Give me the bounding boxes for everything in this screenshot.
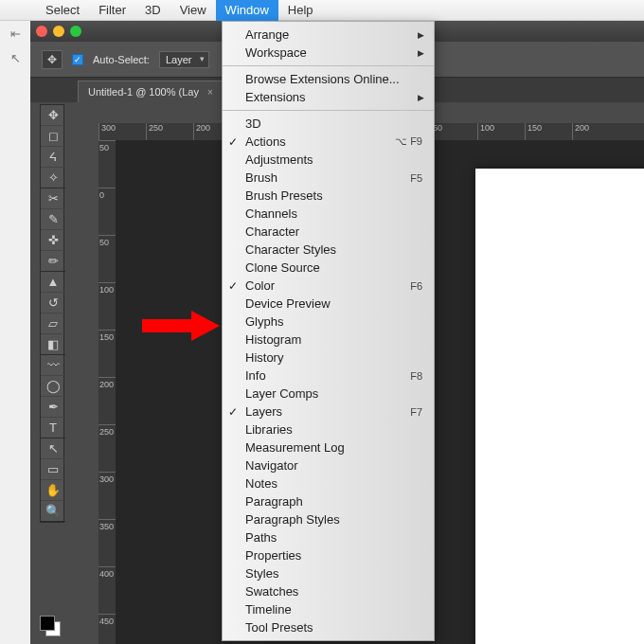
- left-panel-strip: ⇤ ↖: [0, 21, 30, 644]
- menu-item-label: Histogram: [245, 332, 301, 347]
- menu-item-label: Styles: [245, 566, 278, 581]
- menu-item-label: Actions: [245, 134, 286, 149]
- window-minimize-button[interactable]: [53, 26, 64, 37]
- menu-item-workspace[interactable]: Workspace: [223, 44, 434, 62]
- menu-item-history[interactable]: History: [223, 349, 434, 367]
- menu-item-styles[interactable]: Styles: [223, 564, 434, 582]
- menu-window[interactable]: Window: [216, 0, 278, 21]
- move-tool-icon[interactable]: ✥: [42, 50, 63, 69]
- menu-item-label: Timeline: [245, 602, 292, 617]
- menu-select[interactable]: Select: [36, 0, 89, 21]
- menu-item-shortcut: F5: [410, 172, 422, 184]
- window-close-button[interactable]: [36, 26, 47, 37]
- gradient-tool[interactable]: ◧: [41, 334, 65, 355]
- menu-item-label: Layers: [245, 404, 282, 419]
- magic-wand-tool[interactable]: ✧: [41, 168, 65, 188]
- menu-item-character-styles[interactable]: Character Styles: [223, 241, 434, 259]
- foreground-color-swatch[interactable]: [40, 616, 55, 631]
- menu-item-notes[interactable]: Notes: [223, 474, 434, 492]
- menu-item-browse-extensions-online-[interactable]: Browse Extensions Online...: [223, 70, 434, 88]
- auto-select-checkbox[interactable]: [72, 54, 83, 65]
- auto-select-dropdown[interactable]: Layer: [159, 51, 210, 68]
- menu-item-channels[interactable]: Channels: [223, 205, 434, 223]
- menu-item-color[interactable]: ColorF6: [223, 277, 434, 295]
- healing-brush-tool[interactable]: ✜: [41, 230, 65, 251]
- menu-item-layers[interactable]: LayersF7: [223, 402, 434, 420]
- dodge-tool[interactable]: ◯: [41, 376, 65, 397]
- menu-item-label: Adjustments: [245, 152, 313, 167]
- zoom-tool[interactable]: 🔍: [41, 501, 65, 522]
- menu-item-label: Info: [245, 368, 266, 383]
- menu-item-paragraph[interactable]: Paragraph: [223, 492, 434, 510]
- menu-help[interactable]: Help: [278, 0, 323, 21]
- move-mini-icon[interactable]: ↖: [6, 51, 25, 70]
- menu-item-label: Extensions: [245, 90, 306, 104]
- close-icon[interactable]: ×: [207, 87, 213, 98]
- menu-item-glyphs[interactable]: Glyphs: [223, 313, 434, 331]
- menu-item-arrange[interactable]: Arrange: [223, 26, 434, 44]
- menu-item-character[interactable]: Character: [223, 223, 434, 241]
- menu-item-adjustments[interactable]: Adjustments: [223, 151, 434, 169]
- menu-item-brush-presets[interactable]: Brush Presets: [223, 187, 434, 205]
- menu-item-label: Measurement Log: [245, 440, 345, 455]
- menu-3d[interactable]: 3D: [135, 0, 170, 21]
- menu-item-actions[interactable]: Actions⌥ F9: [223, 133, 434, 151]
- move-tool[interactable]: ✥: [41, 105, 65, 126]
- marquee-tool[interactable]: ◻: [41, 126, 65, 147]
- menu-item-swatches[interactable]: Swatches: [223, 582, 434, 600]
- menu-item-timeline[interactable]: Timeline: [223, 600, 434, 618]
- menu-item-libraries[interactable]: Libraries: [223, 420, 434, 438]
- menu-item-paths[interactable]: Paths: [223, 528, 434, 546]
- crop-tool[interactable]: ✂: [41, 188, 65, 209]
- eyedropper-tool[interactable]: ✎: [41, 209, 65, 230]
- menu-item-label: History: [245, 350, 283, 365]
- menu-item-info[interactable]: InfoF8: [223, 367, 434, 385]
- menu-item-3d[interactable]: 3D: [223, 115, 434, 133]
- stamp-tool[interactable]: ▲: [41, 272, 65, 293]
- lasso-tool[interactable]: ᔦ: [41, 147, 65, 168]
- menu-item-histogram[interactable]: Histogram: [223, 331, 434, 349]
- menu-item-label: Arrange: [245, 27, 289, 42]
- eraser-tool[interactable]: ▱: [41, 313, 65, 334]
- history-brush-tool[interactable]: ↺: [41, 293, 65, 313]
- menu-item-measurement-log[interactable]: Measurement Log: [223, 438, 434, 456]
- document-canvas[interactable]: [475, 169, 644, 644]
- menu-separator: [223, 65, 434, 66]
- path-select-tool[interactable]: ↖: [41, 438, 65, 459]
- menu-view[interactable]: View: [170, 0, 216, 21]
- menu-filter[interactable]: Filter: [89, 0, 135, 21]
- menu-item-label: Character: [245, 224, 299, 239]
- menu-item-device-preview[interactable]: Device Preview: [223, 295, 434, 313]
- menu-item-extensions[interactable]: Extensions: [223, 88, 434, 106]
- menu-item-tool-presets[interactable]: Tool Presets: [223, 618, 434, 636]
- menu-item-brush[interactable]: BrushF5: [223, 169, 434, 187]
- menu-item-navigator[interactable]: Navigator: [223, 456, 434, 474]
- menu-item-shortcut: F6: [410, 280, 422, 292]
- document-tab[interactable]: Untitled-1 @ 100% (Lay ×: [78, 80, 224, 102]
- menu-item-shortcut: F8: [410, 370, 422, 382]
- collapse-icon[interactable]: ⇤: [6, 27, 25, 45]
- menu-item-label: Channels: [245, 206, 297, 221]
- menu-item-clone-source[interactable]: Clone Source: [223, 259, 434, 277]
- auto-select-label: Auto-Select:: [93, 54, 150, 65]
- color-swatch[interactable]: [40, 616, 63, 638]
- menu-separator: [223, 110, 434, 111]
- menu-item-label: Brush Presets: [245, 188, 323, 203]
- hand-tool[interactable]: ✋: [41, 480, 65, 501]
- menu-item-label: Workspace: [245, 45, 307, 60]
- menu-item-layer-comps[interactable]: Layer Comps: [223, 385, 434, 402]
- window-zoom-button[interactable]: [70, 26, 81, 37]
- annotation-arrow: [142, 311, 227, 341]
- blur-tool[interactable]: 〰: [41, 355, 65, 376]
- menu-item-label: 3D: [245, 116, 261, 131]
- menu-item-label: Paragraph: [245, 494, 303, 509]
- pen-tool[interactable]: ✒: [41, 397, 65, 418]
- menu-item-label: Paths: [245, 530, 277, 545]
- tools-panel: ✥◻ᔦ✧✂✎✜✏▲↺▱◧〰◯✒T↖▭✋🔍: [40, 104, 64, 523]
- menu-item-properties[interactable]: Properties: [223, 546, 434, 564]
- menu-item-shortcut: F7: [410, 406, 422, 418]
- type-tool[interactable]: T: [41, 418, 65, 438]
- brush-tool[interactable]: ✏: [41, 251, 65, 272]
- menu-item-paragraph-styles[interactable]: Paragraph Styles: [223, 510, 434, 528]
- shape-tool[interactable]: ▭: [41, 459, 65, 480]
